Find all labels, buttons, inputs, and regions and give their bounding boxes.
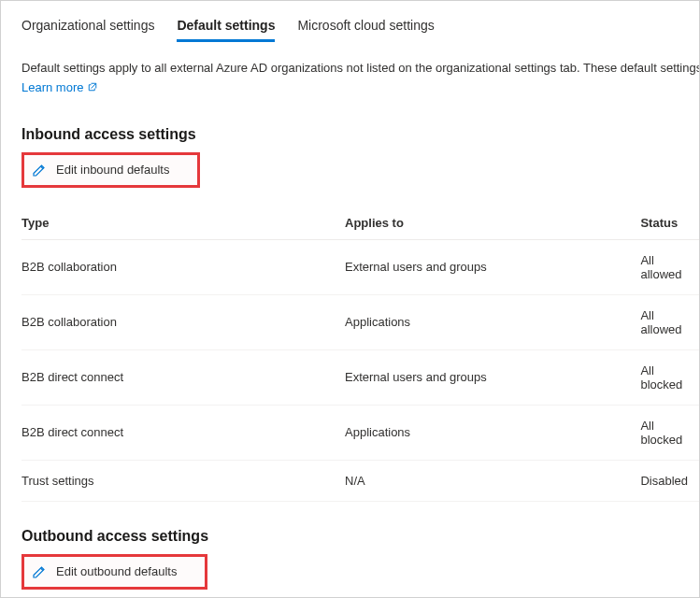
cell-status: All allowed [640,239,699,294]
cell-applies: N/A [345,460,640,501]
learn-more-link[interactable]: Learn more [21,80,98,94]
outbound-section-title: Outbound access settings [21,528,699,545]
description-text: Default settings apply to all external A… [21,59,699,78]
cell-status: Disabled [640,460,699,501]
cell-applies: External users and groups [345,239,640,294]
cell-applies: Applications [345,405,640,460]
cell-status: All blocked [640,349,699,405]
tabs-bar: Organizational settings Default settings… [21,8,699,42]
table-row: B2B direct connectApplicationsAll blocke… [21,405,699,460]
cell-type: Trust settings [21,460,345,501]
table-row: Trust settingsN/ADisabled [21,460,699,501]
edit-inbound-defaults-button[interactable]: Edit inbound defaults [21,152,200,188]
table-row: B2B collaborationExternal users and grou… [21,239,699,294]
cell-status: All blocked [640,405,699,460]
table-row: B2B direct connectExternal users and gro… [21,349,699,405]
external-link-icon [87,81,98,93]
pencil-icon [32,564,47,579]
cell-type: B2B direct connect [21,349,345,405]
inbound-section-title: Inbound access settings [21,126,699,143]
pencil-icon [32,163,47,178]
edit-inbound-label: Edit inbound defaults [56,163,169,177]
tab-microsoft-cloud-settings[interactable]: Microsoft cloud settings [297,8,434,42]
learn-more-label: Learn more [21,80,83,94]
cell-applies: Applications [345,294,640,349]
inbound-col-status: Status [640,206,699,240]
cell-type: B2B direct connect [21,405,345,460]
cell-type: B2B collaboration [21,294,345,349]
cell-applies: External users and groups [345,349,640,405]
table-row: B2B collaborationApplicationsAll allowed [21,294,699,349]
inbound-table: Type Applies to Status B2B collaboration… [21,206,699,502]
inbound-col-type: Type [21,206,345,240]
tab-organizational-settings[interactable]: Organizational settings [21,8,154,42]
edit-outbound-label: Edit outbound defaults [56,564,177,578]
tab-default-settings[interactable]: Default settings [177,8,275,42]
edit-outbound-defaults-button[interactable]: Edit outbound defaults [21,554,207,590]
cell-status: All allowed [640,294,699,349]
inbound-col-applies: Applies to [345,206,640,240]
cell-type: B2B collaboration [21,239,345,294]
